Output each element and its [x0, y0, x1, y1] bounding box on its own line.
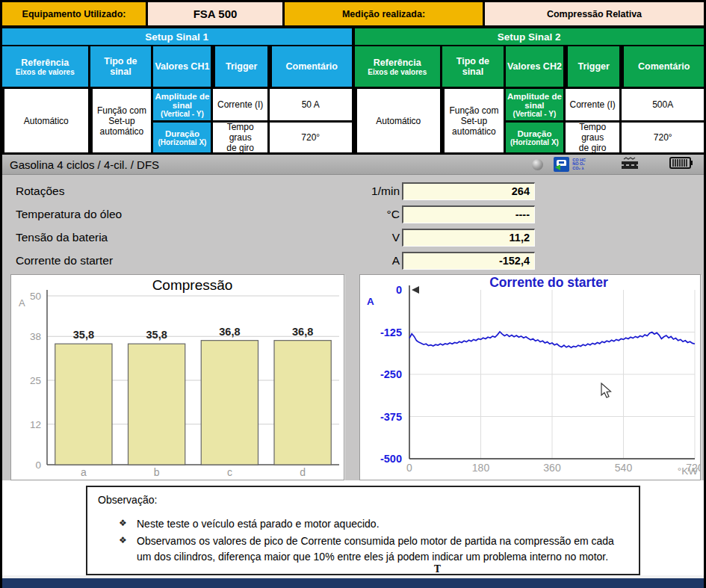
- measurement-label: Medição realizada:: [285, 2, 483, 25]
- x-tick-label: 360: [543, 462, 561, 474]
- measurement-value-box: ----: [402, 205, 535, 223]
- col-header-comentario: Comentário: [622, 46, 704, 87]
- fsa-report-page: Equipamento Utilizado: FSA 500 Medição r…: [0, 0, 706, 588]
- equipment-label: Equipamento Utilizado:: [2, 2, 146, 25]
- measurement-value-box: 264: [402, 182, 535, 200]
- y-tick-label: -500: [380, 453, 402, 465]
- trigger-value-cell: Automático: [2, 89, 88, 152]
- col-header-valores-ch2: Valores CH2: [506, 46, 563, 87]
- line-chart-y-axis-label: A: [367, 296, 374, 307]
- setup-signal-2-title: Setup Sinal 2: [355, 28, 705, 45]
- measurement-unit: A: [392, 254, 402, 267]
- row-amplitude-label: Amplitude de sinal (Vertical - Y): [153, 89, 211, 120]
- measurement-row-corrente: Corrente do starter A -152,4: [2, 251, 704, 270]
- amplitude-valor-cell: 50 A: [270, 89, 352, 120]
- duracao-tipo-cell: Tempo graus de giro: [213, 123, 267, 152]
- row-duracao-label: Duração (Horizontal X): [153, 123, 211, 152]
- setup-signal-1-title: Setup Sinal 1: [2, 28, 352, 45]
- bottom-navy-bar: [2, 578, 704, 588]
- bar-value-label: 35,8: [73, 329, 94, 341]
- measurement-label: Corrente do starter: [16, 254, 113, 267]
- row-amplitude-label: Amplitude de sinal (Vertical - Y): [506, 89, 563, 120]
- col-header-trigger: Trigger: [213, 46, 267, 87]
- observation-title: Observação:: [98, 494, 628, 506]
- duracao-valor-cell: 720°: [270, 123, 352, 152]
- y-tick-label: 12: [30, 419, 41, 430]
- x-tick-label: 540: [615, 462, 633, 474]
- compression-bar: [128, 344, 185, 465]
- measurement-label: Tensão da bateria: [16, 231, 108, 244]
- status-icons: CO HC NO O₂ CO₂ λ: [532, 156, 698, 173]
- measurement-panel: Gasolina 4 ciclos / 4-cil. / DFS CO HC N…: [2, 155, 704, 480]
- y-tick-label: 38: [30, 331, 41, 342]
- observation-box[interactable]: Observação: ❖ Neste teste o veículo está…: [86, 486, 640, 575]
- bar-value-label: 36,8: [219, 326, 240, 338]
- bar-category-label: b: [154, 466, 160, 477]
- col-header-valores-ch1: Valores CH1: [153, 46, 211, 87]
- exhaust-gas-values-icon: CO HC NO O₂ CO₂ λ: [572, 158, 586, 171]
- comentario-value-cell: Função com Set-up automático: [442, 89, 504, 152]
- col-header-comentario: Comentário: [270, 46, 352, 87]
- measurement-value: Compressão Relativa: [485, 2, 704, 25]
- setup-signal-2-table: Setup Sinal 2 Referência Eixos de valore…: [355, 28, 705, 152]
- setup-tables: Setup Sinal 1 Referência Eixos de valore…: [2, 28, 704, 152]
- y-tick-label: 0: [396, 284, 402, 296]
- col-header-referencia: Referência Eixos de valores: [2, 46, 88, 87]
- measurement-row-temperatura: Temperatura do óleo °C ----: [2, 205, 704, 223]
- report-header: Equipamento Utilizado: FSA 500 Medição r…: [2, 2, 704, 25]
- y-tick-label: -125: [380, 327, 402, 338]
- measurement-label: Temperatura do óleo: [16, 208, 122, 221]
- text-tool-cursor: T: [434, 564, 441, 575]
- measurement-unit: 1/min: [371, 185, 402, 198]
- trigger-marker-icon: [412, 286, 419, 294]
- measurement-value-box: 11,2: [402, 229, 535, 247]
- y-tick-label: 0: [35, 459, 41, 471]
- y-tick-label: -375: [380, 411, 402, 423]
- bar-category-label: d: [300, 466, 306, 477]
- col-header-trigger: Trigger: [566, 46, 619, 87]
- charts-row: CompressãoA50382512035,8a35,8b36,8c36,8d…: [10, 274, 699, 480]
- amplitude-tipo-cell: Corrente (I): [566, 89, 619, 120]
- comentario-value-cell: Função com Set-up automático: [90, 89, 152, 152]
- compression-bar-chart: CompressãoA50382512035,8a35,8b36,8c36,8d: [10, 274, 344, 480]
- amplitude-tipo-cell: Corrente (I): [213, 89, 267, 120]
- bar-value-label: 36,8: [292, 326, 313, 338]
- observation-list: ❖ Neste teste o veículo está parado e mo…: [119, 516, 628, 564]
- measurement-unit: V: [392, 231, 402, 244]
- bar-category-label: a: [81, 466, 87, 477]
- trigger-value-cell: Automático: [355, 89, 441, 152]
- equipment-value: FSA 500: [148, 2, 282, 25]
- amplitude-valor-cell: 500A: [622, 89, 704, 120]
- compression-bar-chart-svg: CompressãoA50382512035,8a35,8b36,8c36,8d: [11, 275, 344, 477]
- duracao-tipo-cell: Tempo graus de giro: [566, 123, 619, 152]
- row-duracao-label: Duração (Horizontal X): [506, 123, 563, 152]
- y-tick-label: -250: [380, 368, 402, 380]
- bar-chart-title: Compressão: [152, 277, 233, 293]
- bar-chart-y-axis-label: A: [19, 297, 25, 309]
- col-header-tipo-sinal: Tipo de sinal: [90, 46, 152, 87]
- x-tick-label: 180: [472, 462, 490, 474]
- status-sphere-icon: [532, 159, 543, 170]
- compression-bar: [55, 344, 112, 465]
- setup-signal-1-table: Setup Sinal 1 Referência Eixos de valore…: [2, 28, 352, 152]
- observation-item: ❖ Observamos os valores de pico de Corre…: [119, 533, 628, 564]
- x-tick-label: 0: [406, 462, 412, 474]
- measurement-row-rotacoes: Rotações 1/min 264: [2, 182, 704, 200]
- notes-area: Observação: ❖ Neste teste o veículo está…: [2, 480, 704, 575]
- line-chart-title: Corrente do starter: [489, 275, 608, 290]
- engine-mode-title: Gasolina 4 ciclos / 4-cil. / DFS: [10, 158, 532, 171]
- instrument-status-bar: Gasolina 4 ciclos / 4-cil. / DFS CO HC N…: [2, 155, 704, 175]
- observation-item: ❖ Neste teste o veículo está parado e mo…: [119, 516, 628, 531]
- measurement-readouts: Rotações 1/min 264 Temperatura do óleo °…: [2, 175, 704, 270]
- x-axis-unit-label: °KW: [678, 465, 698, 477]
- diamond-bullet-icon: ❖: [119, 534, 127, 547]
- connector-icon: [620, 157, 640, 173]
- measurement-row-tensao: Tensão da bateria V 11,2: [2, 228, 704, 247]
- measurement-value-box: -152,4: [402, 252, 535, 270]
- vehicle-exit-icon: [554, 157, 569, 172]
- duracao-valor-cell: 720°: [622, 123, 704, 152]
- battery-status-icon: [669, 156, 693, 173]
- mouse-pointer-icon: [600, 383, 613, 402]
- starter-current-line-chart-svg: Corrente do starterA01803605407200-125-2…: [360, 275, 700, 477]
- y-tick-label: 50: [30, 291, 41, 302]
